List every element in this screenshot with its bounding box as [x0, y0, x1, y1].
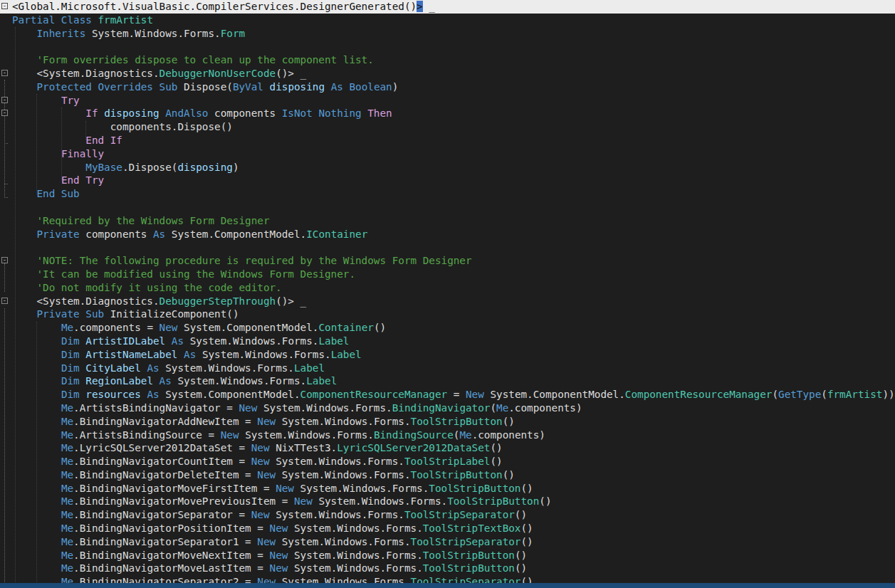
code-line[interactable]: Try — [0, 94, 895, 107]
code-token: 'NOTE: The following procedure is requir… — [12, 255, 472, 266]
code-token — [12, 135, 85, 146]
code-token: System.Windows.Forms. — [300, 483, 429, 494]
code-token — [12, 389, 61, 400]
code-line[interactable]: Partial Class frmArtist — [0, 14, 895, 27]
code-token: New — [251, 442, 276, 453]
code-line[interactable]: Finally — [0, 147, 895, 161]
code-line[interactable] — [0, 241, 895, 254]
fold-collapse-icon[interactable]: - — [1, 70, 8, 76]
code-token — [12, 174, 61, 186]
code-token: ) — [392, 81, 399, 93]
code-token: System.Windows.Forms. — [294, 562, 423, 574]
code-line[interactable]: <System.Diagnostics.DebuggerNonUserCode(… — [0, 67, 895, 80]
code-token — [12, 322, 61, 333]
code-token: )) — [882, 389, 894, 400]
code-line[interactable]: 'It can be modified using the Windows Fo… — [0, 268, 895, 281]
code-token: () — [515, 562, 527, 574]
code-line[interactable]: 'Form overrides dispose to clean up the … — [0, 53, 895, 67]
code-line[interactable]: Dim RegionLabel As System.Windows.Forms.… — [0, 374, 895, 388]
fold-collapse-icon[interactable]: - — [1, 298, 8, 304]
code-token: New — [159, 322, 184, 333]
code-token: () — [520, 536, 533, 547]
code-line[interactable]: 'NOTE: The following procedure is requir… — [0, 254, 895, 268]
code-token: As — [177, 349, 201, 360]
code-line[interactable]: MyBase.Dispose(disposing) — [0, 161, 895, 174]
code-line[interactable]: <System.Diagnostics.DebuggerStepThrough(… — [0, 295, 895, 308]
code-line[interactable]: Me.BindingNavigatorMoveFirstItem = New S… — [0, 482, 895, 495]
code-line[interactable]: Me.LyricSQLServer2012DataSet = New NixTT… — [0, 441, 895, 455]
code-line[interactable]: Me.BindingNavigatorSeparator1 = New Syst… — [0, 535, 895, 549]
code-token — [12, 509, 61, 520]
code-token: () — [490, 456, 502, 467]
code-line[interactable]: Me.BindingNavigatorMovePreviousItem = Ne… — [0, 495, 895, 508]
code-line[interactable]: components.Dispose() — [0, 120, 895, 134]
fold-collapse-icon[interactable]: - — [1, 97, 8, 103]
code-token: disposing — [104, 107, 159, 119]
code-token: Dim — [61, 362, 85, 374]
code-line[interactable]: Dim CityLabel As System.Windows.Forms.La… — [0, 362, 895, 375]
code-line[interactable]: Private components As System.ComponentMo… — [0, 228, 895, 241]
code-line[interactable]: Me.BindingNavigatorAddNewItem = New Syst… — [0, 415, 895, 429]
code-line[interactable] — [0, 40, 895, 53]
code-token: .BindingNavigatorDeleteItem = — [73, 469, 257, 481]
code-token: System.Windows.Forms. — [282, 416, 411, 427]
code-line[interactable]: Me.BindingNavigatorMoveNextItem = New Sy… — [0, 549, 895, 562]
code-token: Me — [61, 562, 73, 574]
code-line[interactable]: End Try — [0, 174, 895, 187]
code-token: > — [417, 1, 423, 12]
code-token: Me — [61, 456, 73, 467]
code-token: New — [251, 509, 276, 520]
code-area[interactable]: <Global.Microsoft.VisualBasic.CompilerSe… — [0, 0, 895, 588]
code-token: Me — [496, 402, 508, 414]
code-token: ( — [821, 389, 827, 400]
code-token — [12, 536, 61, 547]
horizontal-scrollbar[interactable] — [0, 583, 895, 588]
code-line[interactable]: If disposing AndAlso components IsNot No… — [0, 107, 895, 120]
code-token: New — [270, 562, 294, 574]
code-line[interactable]: Me.BindingNavigatorPositionItem = New Sy… — [0, 522, 895, 535]
code-line[interactable]: Dim resources As System.ComponentModel.C… — [0, 388, 895, 401]
code-token — [12, 429, 61, 441]
code-line[interactable]: <Global.Microsoft.VisualBasic.CompilerSe… — [0, 0, 895, 14]
code-line[interactable] — [0, 201, 895, 214]
code-token: .components) — [508, 402, 582, 414]
code-line[interactable]: 'Required by the Windows Form Designer — [0, 214, 895, 228]
code-line[interactable]: Me.BindingNavigatorCountItem = New Syste… — [0, 455, 895, 468]
code-line[interactable]: End If — [0, 134, 895, 147]
code-token: System.ComponentModel. — [172, 229, 306, 240]
code-token: Me — [459, 429, 471, 441]
code-token: .ArtistsBindingNavigator = — [73, 402, 239, 414]
code-token: As — [153, 375, 177, 387]
code-editor[interactable]: ------ <Global.Microsoft.VisualBasic.Com… — [0, 0, 895, 588]
code-token — [12, 442, 61, 453]
code-token: .BindingNavigatorAddNewItem = — [73, 416, 257, 427]
code-token: System.Windows.Forms. — [202, 349, 331, 360]
code-token: As — [147, 229, 171, 240]
code-line[interactable]: 'Do not modify it using the code editor. — [0, 281, 895, 295]
code-token: resources — [85, 389, 140, 400]
code-token: components — [85, 229, 147, 240]
fold-collapse-icon[interactable]: - — [1, 3, 8, 9]
code-token: <Global.Microsoft.VisualBasic.CompilerSe… — [12, 1, 417, 12]
code-token: System.Windows.Forms. — [92, 28, 221, 39]
code-line[interactable]: Me.BindingNavigatorMoveLastItem = New Sy… — [0, 562, 895, 575]
code-token: Me — [61, 416, 73, 427]
code-line[interactable]: Private Sub InitializeComponent() — [0, 308, 895, 321]
code-line[interactable]: Me.components = New System.ComponentMode… — [0, 321, 895, 335]
code-line[interactable]: Dim ArtistIDLabel As System.Windows.Form… — [0, 335, 895, 348]
code-line[interactable]: Me.BindingNavigatorDeleteItem = New Syst… — [0, 468, 895, 482]
code-line[interactable]: End Sub — [0, 187, 895, 201]
fold-collapse-icon[interactable]: - — [1, 257, 8, 263]
code-token — [12, 562, 61, 574]
code-line[interactable]: Protected Overrides Sub Dispose(ByVal di… — [0, 80, 895, 94]
code-token: frmArtist — [98, 14, 153, 26]
code-line[interactable]: Inherits System.Windows.Forms.Form — [0, 27, 895, 41]
code-line[interactable]: Dim ArtistNameLabel As System.Windows.Fo… — [0, 348, 895, 362]
code-line[interactable]: Me.ArtistsBindingSource = New System.Win… — [0, 429, 895, 442]
code-line[interactable]: Me.BindingNavigatorSeparator = New Syste… — [0, 508, 895, 522]
code-token: .BindingNavigatorCountItem = — [73, 456, 251, 467]
code-token: .BindingNavigatorPositionItem = — [73, 523, 269, 534]
code-line[interactable]: Me.ArtistsBindingNavigator = New System.… — [0, 401, 895, 415]
fold-collapse-icon[interactable]: - — [1, 110, 8, 116]
code-token: ToolStripButton — [423, 562, 515, 574]
